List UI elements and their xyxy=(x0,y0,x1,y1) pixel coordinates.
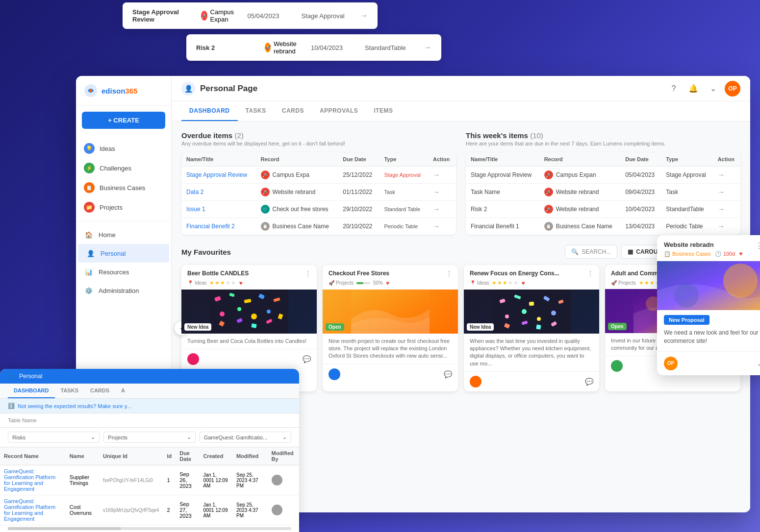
tab-approvals[interactable]: APPROVALS xyxy=(312,101,366,121)
svg-point-9 xyxy=(237,307,241,311)
bf-notice: ℹ️ Not seeing the expected results? Make… xyxy=(0,399,299,413)
bf-scrollbar[interactable] xyxy=(8,527,291,530)
thisweek-row-1-name: Stage Approval Review xyxy=(471,171,532,178)
fav-card-2-heart[interactable]: ♥ xyxy=(386,280,389,287)
sidebar-item-challenges[interactable]: ⚡ Challenges xyxy=(76,158,171,178)
create-button[interactable]: + CREATE xyxy=(82,112,165,129)
ideas-icon: 💡 xyxy=(84,143,95,154)
rfc-header: Website rebradn 📋 Business Cases 🕐 100d … xyxy=(657,235,760,261)
sidebar-item-personal-label: Personal xyxy=(101,250,126,257)
sidebar-item-projects-label: Projects xyxy=(100,204,123,211)
overdue-row-4-arrow[interactable]: → xyxy=(433,222,440,230)
overdue-row-2-rec-icon: 🚀 xyxy=(261,188,270,196)
bf-tab-cards[interactable]: CARDS xyxy=(84,384,115,398)
rfc-footer: OP ⌄ xyxy=(657,351,760,375)
svg-point-8 xyxy=(220,312,225,316)
personal-icon: 👤 xyxy=(86,248,96,258)
tooltip-card-1-arrow[interactable]: → xyxy=(360,11,368,20)
overdue-row-2-name[interactable]: Data 2 xyxy=(186,189,203,195)
fav-card-3-header: Renew Focus on Energy Cons... 📍 Ideas ★ … xyxy=(464,265,599,290)
fav-card-3-comment-icon[interactable]: 💬 xyxy=(585,378,593,386)
fav-card-1-header: Beer Bottle CANDLES 📍 Ideas ★ ★ ★ ★ ★ xyxy=(181,265,317,290)
home-icon: 🏠 xyxy=(84,230,94,240)
fav-card-3-desc: When was the last time you invested in q… xyxy=(470,338,593,368)
administration-icon: ⚙️ xyxy=(84,286,94,295)
logo-icon xyxy=(84,84,98,97)
rfc-expand-icon[interactable]: ⌄ xyxy=(757,359,760,368)
fav-card-2-progress-fill xyxy=(356,282,363,284)
fav-card-4-badge: Open xyxy=(608,323,627,330)
svg-point-27 xyxy=(551,311,556,315)
overdue-row-4-rec-icon: 📋 xyxy=(261,222,270,231)
thisweek-row-3-arrow[interactable]: → xyxy=(718,205,725,213)
overdue-row-1-name[interactable]: Stage Approval Review xyxy=(186,171,247,178)
fav-card-3-avatar xyxy=(470,376,481,387)
tab-tasks[interactable]: TASKS xyxy=(238,101,274,121)
rfc-heart[interactable]: ♥ xyxy=(739,250,742,257)
help-button[interactable]: ? xyxy=(666,81,682,97)
sidebar-item-resources[interactable]: 📊 Resources xyxy=(76,263,171,281)
bf-dropdown-projects[interactable]: Projects ⌄ xyxy=(103,432,195,443)
page-title-area: 👤 Personal Page xyxy=(181,82,257,96)
tooltip-card-2-arrow[interactable]: → xyxy=(424,43,431,52)
sidebar-item-home[interactable]: 🏠 Home xyxy=(76,225,171,244)
rfc-more-btn[interactable]: ⋮ xyxy=(755,241,760,250)
bf-dropdown-table[interactable]: Risks ⌄ xyxy=(8,432,100,443)
sidebar-item-administration[interactable]: ⚙️ Administration xyxy=(76,281,171,300)
bf-row-1-record[interactable]: GameQuest: Gamification Platform for Lea… xyxy=(4,468,55,492)
fav-card-2-more[interactable]: ⋮ xyxy=(446,270,452,277)
overdue-row-3-arrow[interactable]: → xyxy=(433,205,440,213)
user-avatar-button[interactable]: OP xyxy=(725,81,740,97)
favourites-title: My Favourites xyxy=(181,248,231,256)
fav-card-1-comment-icon[interactable]: 💬 xyxy=(303,355,311,363)
bf-col-modified: Modified xyxy=(232,447,267,465)
fav-card-1-heart[interactable]: ♥ xyxy=(239,280,242,287)
thisweek-title: This week's items (10) xyxy=(466,131,740,140)
tooltip-card-1-date: 05/04/2023 xyxy=(247,12,291,20)
fav-card-3-more[interactable]: ⋮ xyxy=(587,270,593,277)
fav-card-2-title: Checkout Free Stores xyxy=(329,270,389,278)
fav-card-1-more[interactable]: ⋮ xyxy=(305,270,311,277)
overdue-table: Name/Title Record Due Date Type Action S… xyxy=(181,152,456,235)
bf-dropdown-gamequest[interactable]: GameQuest: Gamificatio... ⌄ xyxy=(200,432,291,443)
projects-rocket-icon: 🚀 xyxy=(329,280,334,286)
challenges-icon: ⚡ xyxy=(84,163,95,173)
overdue-row-3-name[interactable]: Issue 1 xyxy=(186,206,205,213)
overdue-row-4-name[interactable]: Financial Benefit 2 xyxy=(186,223,235,230)
fav-card-3-type: 📍 Ideas xyxy=(470,280,489,286)
overdue-row-2-arrow[interactable]: → xyxy=(433,188,440,196)
notifications-button[interactable]: 🔔 xyxy=(685,81,701,97)
fav-card-2-comment-icon[interactable]: 💬 xyxy=(444,370,452,378)
sidebar-item-projects[interactable]: 📁 Projects xyxy=(76,197,171,217)
bf-user-label: Personal xyxy=(19,373,42,380)
bf-tab-tasks[interactable]: TASKS xyxy=(55,384,84,398)
svg-rect-21 xyxy=(529,301,534,306)
sidebar-item-ideas[interactable]: 💡 Ideas xyxy=(76,139,171,158)
svg-point-25 xyxy=(522,309,527,314)
overdue-col-name: Name/Title xyxy=(181,152,256,167)
info-icon: ℹ️ xyxy=(8,403,15,409)
tab-cards[interactable]: CARDS xyxy=(274,101,312,121)
thisweek-row-4-arrow[interactable]: → xyxy=(718,222,725,230)
sidebar-item-business-cases[interactable]: 📋 Business Cases xyxy=(76,178,171,197)
bf-tab-a[interactable]: A xyxy=(115,384,131,398)
settings-button[interactable]: ⌄ xyxy=(705,81,721,97)
sidebar-item-resources-label: Resources xyxy=(99,268,129,276)
bf-col-record: Record Name xyxy=(0,447,66,465)
thisweek-row-1-arrow[interactable]: → xyxy=(718,171,725,179)
fav-card-3-heart[interactable]: ♥ xyxy=(521,280,525,287)
svg-rect-2 xyxy=(210,290,288,334)
favourites-search-box[interactable]: 🔍 SEARCH... xyxy=(565,245,617,259)
bottom-float-window: 👤 Personal DASHBOARD TASKS CARDS A ℹ️ No… xyxy=(0,369,299,532)
thisweek-row-2-arrow[interactable]: → xyxy=(718,188,725,196)
rfc-time: 🕐 100d xyxy=(715,251,735,257)
overdue-row-1-arrow[interactable]: → xyxy=(433,171,440,179)
tab-dashboard[interactable]: DASHBOARD xyxy=(181,101,238,121)
sidebar-item-personal[interactable]: 👤 Personal xyxy=(78,244,169,263)
right-float-card: Website rebradn 📋 Business Cases 🕐 100d … xyxy=(657,235,760,375)
bf-row-2-record[interactable]: GameQuest: Gamification Platform for Lea… xyxy=(4,498,55,522)
overdue-col-record: Record xyxy=(256,152,338,167)
tab-items[interactable]: ITEMS xyxy=(366,101,401,121)
table-row: Issue 1 🛒Check out free stores 29/10/202… xyxy=(181,201,456,218)
bf-tab-dashboard[interactable]: DASHBOARD xyxy=(8,384,55,398)
